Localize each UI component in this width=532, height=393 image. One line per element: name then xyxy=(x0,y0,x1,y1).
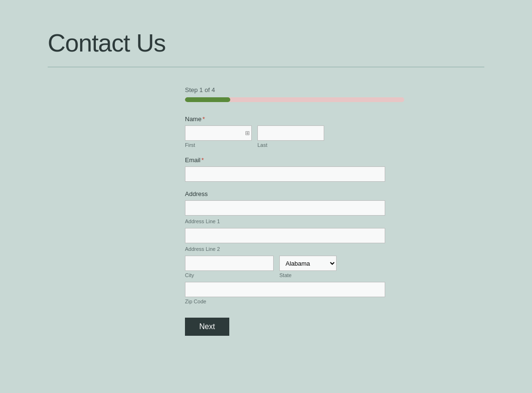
last-name-input[interactable] xyxy=(257,125,324,141)
name-row: ⊞ First Last xyxy=(185,125,385,148)
state-sublabel: State xyxy=(279,272,337,278)
email-label: Email* xyxy=(185,156,385,164)
address-line1-sublabel: Address Line 1 xyxy=(185,218,385,224)
address-line1-input[interactable] xyxy=(185,200,385,216)
address-line2-sublabel: Address Line 2 xyxy=(185,246,385,252)
progress-bar-container xyxy=(185,97,404,102)
first-name-input[interactable] xyxy=(185,125,252,141)
name-icon: ⊞ xyxy=(245,130,250,136)
zip-input[interactable] xyxy=(185,282,385,297)
first-name-wrapper: ⊞ First xyxy=(185,125,252,148)
zip-wrapper: Zip Code xyxy=(185,282,385,304)
first-name-sublabel: First xyxy=(185,142,252,148)
city-input[interactable] xyxy=(185,256,274,271)
name-field-group: Name* ⊞ First Last xyxy=(185,115,385,148)
next-button[interactable]: Next xyxy=(185,318,229,336)
city-state-row: City Alabama Alaska Arizona Arkansas Cal… xyxy=(185,256,385,278)
last-name-wrapper: Last xyxy=(257,125,324,148)
name-required-star: * xyxy=(203,115,205,123)
email-required-star: * xyxy=(202,156,204,164)
name-label: Name* xyxy=(185,115,385,123)
city-wrapper: City xyxy=(185,256,274,278)
state-wrapper: Alabama Alaska Arizona Arkansas Californ… xyxy=(279,256,337,278)
last-name-sublabel: Last xyxy=(257,142,324,148)
state-select[interactable]: Alabama Alaska Arizona Arkansas Californ… xyxy=(279,256,337,271)
form-wrapper: Step 1 of 4 Name* ⊞ First Last xyxy=(147,86,385,336)
divider xyxy=(48,67,484,67)
city-sublabel: City xyxy=(185,272,274,278)
zip-sublabel: Zip Code xyxy=(185,299,385,304)
address-label: Address xyxy=(185,190,385,197)
address-line2-input[interactable] xyxy=(185,228,385,243)
page-title: Contact Us xyxy=(48,29,484,57)
email-field-group: Email* xyxy=(185,156,385,182)
progress-bar-fill xyxy=(185,97,230,102)
first-name-input-wrapper: ⊞ xyxy=(185,125,252,141)
email-input[interactable] xyxy=(185,166,385,182)
page-container: Contact Us Step 1 of 4 Name* ⊞ First xyxy=(0,0,532,364)
step-indicator: Step 1 of 4 xyxy=(185,86,385,93)
address-field-group: Address Address Line 1 Address Line 2 Ci… xyxy=(185,190,385,304)
